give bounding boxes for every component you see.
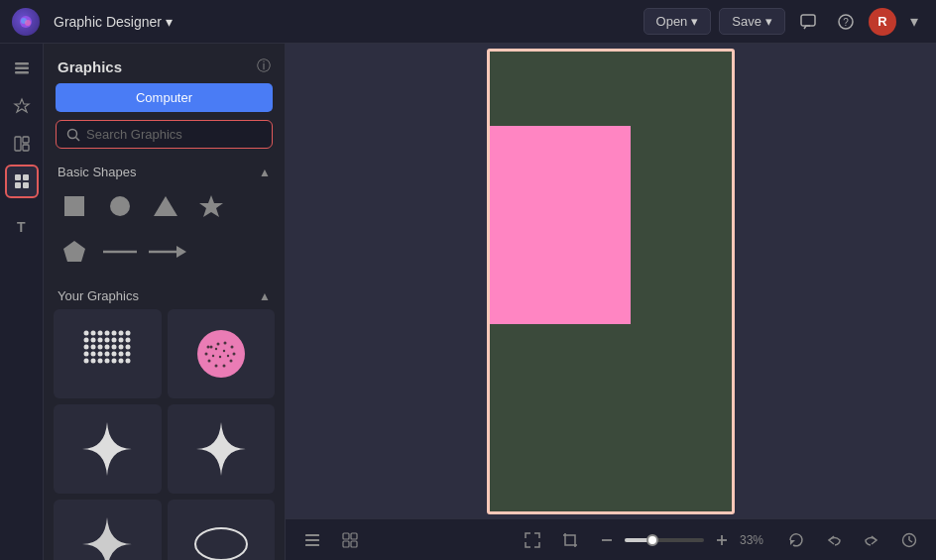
canvas-background[interactable] bbox=[487, 49, 735, 514]
search-input[interactable] bbox=[86, 127, 262, 142]
svg-point-32 bbox=[112, 331, 117, 336]
graphic-oval[interactable] bbox=[168, 500, 276, 560]
svg-point-17 bbox=[68, 129, 77, 138]
svg-point-76 bbox=[215, 348, 217, 350]
svg-text:T: T bbox=[17, 219, 26, 235]
svg-marker-23 bbox=[63, 241, 85, 262]
svg-marker-21 bbox=[154, 196, 177, 216]
svg-point-40 bbox=[119, 338, 124, 343]
graphics-button[interactable] bbox=[5, 165, 39, 198]
layers-button[interactable] bbox=[5, 52, 39, 85]
graphic-star3[interactable] bbox=[54, 500, 162, 560]
svg-rect-84 bbox=[186, 509, 256, 560]
svg-point-73 bbox=[207, 360, 210, 363]
zoom-slider-thumb[interactable] bbox=[646, 534, 658, 546]
undo-button[interactable] bbox=[821, 527, 847, 553]
grid-view-button[interactable] bbox=[337, 527, 363, 553]
svg-point-42 bbox=[84, 345, 89, 350]
svg-point-48 bbox=[126, 345, 131, 350]
svg-text:?: ? bbox=[843, 17, 849, 28]
svg-point-72 bbox=[214, 365, 217, 368]
svg-point-50 bbox=[91, 352, 96, 357]
svg-rect-19 bbox=[64, 196, 84, 216]
svg-point-77 bbox=[223, 350, 225, 352]
layers-view-button[interactable] bbox=[299, 527, 325, 553]
app-logo[interactable] bbox=[12, 8, 40, 36]
svg-point-35 bbox=[84, 338, 89, 343]
shape-pentagon[interactable] bbox=[54, 231, 95, 273]
history-button[interactable] bbox=[896, 527, 922, 553]
chat-icon-button[interactable] bbox=[793, 7, 823, 37]
graphic-dots[interactable] bbox=[54, 309, 162, 398]
svg-rect-87 bbox=[305, 539, 319, 541]
open-label: Open bbox=[656, 14, 688, 29]
shape-star[interactable] bbox=[190, 185, 232, 227]
svg-point-20 bbox=[110, 196, 130, 216]
svg-point-46 bbox=[112, 345, 117, 350]
save-label: Save bbox=[732, 14, 761, 29]
svg-point-67 bbox=[223, 342, 226, 345]
fit-button[interactable] bbox=[520, 527, 545, 553]
help-icon-button[interactable]: ? bbox=[831, 7, 861, 37]
basic-shapes-grid bbox=[44, 185, 285, 282]
shape-triangle[interactable] bbox=[145, 185, 186, 227]
graphic-star1[interactable] bbox=[54, 404, 162, 494]
svg-line-18 bbox=[76, 137, 80, 141]
computer-tab-button[interactable]: Computer bbox=[56, 83, 273, 112]
zoom-value: 33% bbox=[740, 533, 771, 547]
svg-point-36 bbox=[91, 338, 96, 343]
text-button[interactable]: T bbox=[5, 210, 39, 244]
svg-point-52 bbox=[105, 352, 110, 357]
zoom-in-button[interactable] bbox=[710, 528, 734, 552]
svg-point-71 bbox=[222, 365, 225, 368]
user-avatar[interactable]: R bbox=[869, 8, 896, 36]
basic-shapes-toggle[interactable]: ▲ bbox=[259, 166, 271, 179]
search-bar[interactable] bbox=[56, 120, 273, 149]
redo-button[interactable] bbox=[859, 527, 884, 553]
open-button[interactable]: Open ▾ bbox=[644, 8, 712, 35]
effects-button[interactable] bbox=[5, 89, 39, 123]
svg-point-61 bbox=[119, 359, 124, 364]
svg-rect-88 bbox=[305, 544, 319, 546]
svg-point-41 bbox=[126, 338, 131, 343]
zoom-slider-track[interactable] bbox=[625, 538, 704, 542]
canvas-frame bbox=[487, 49, 735, 514]
graphic-pink-circle[interactable] bbox=[168, 309, 276, 398]
svg-point-53 bbox=[112, 352, 117, 357]
graphic-star2[interactable] bbox=[168, 404, 276, 494]
svg-point-74 bbox=[204, 353, 207, 356]
svg-point-57 bbox=[91, 359, 96, 364]
your-graphics-toggle[interactable]: ▲ bbox=[259, 289, 271, 303]
basic-shapes-section-header: Basic Shapes ▲ bbox=[44, 159, 285, 185]
your-graphics-label: Your Graphics bbox=[58, 288, 139, 303]
canvas-wrapper[interactable] bbox=[286, 44, 936, 518]
shape-line[interactable] bbox=[99, 231, 141, 273]
svg-point-38 bbox=[105, 338, 110, 343]
canvas-pink-rectangle[interactable] bbox=[490, 126, 631, 324]
svg-rect-7 bbox=[15, 67, 29, 70]
svg-point-54 bbox=[119, 352, 124, 357]
svg-point-47 bbox=[119, 345, 124, 350]
shape-arrow[interactable] bbox=[145, 231, 186, 273]
svg-marker-22 bbox=[199, 195, 223, 217]
shape-circle[interactable] bbox=[99, 185, 141, 227]
svg-rect-89 bbox=[343, 533, 349, 539]
svg-point-55 bbox=[126, 352, 131, 357]
svg-point-75 bbox=[206, 346, 209, 349]
svg-marker-26 bbox=[176, 246, 186, 258]
save-button[interactable]: Save ▾ bbox=[719, 8, 785, 35]
shape-square[interactable] bbox=[54, 185, 95, 227]
svg-point-69 bbox=[232, 353, 235, 356]
crop-button[interactable] bbox=[557, 527, 583, 553]
refresh-button[interactable] bbox=[783, 527, 809, 553]
topbar-more-button[interactable]: ▾ bbox=[904, 6, 924, 37]
svg-point-45 bbox=[105, 345, 110, 350]
svg-point-62 bbox=[126, 359, 131, 364]
svg-line-99 bbox=[909, 540, 912, 542]
zoom-out-button[interactable] bbox=[595, 528, 619, 552]
layout-button[interactable] bbox=[5, 127, 39, 161]
svg-rect-86 bbox=[305, 534, 319, 536]
svg-point-80 bbox=[227, 355, 229, 357]
app-title-button[interactable]: Graphic Designer ▾ bbox=[48, 10, 178, 34]
panel-info-button[interactable]: ⓘ bbox=[257, 57, 271, 75]
